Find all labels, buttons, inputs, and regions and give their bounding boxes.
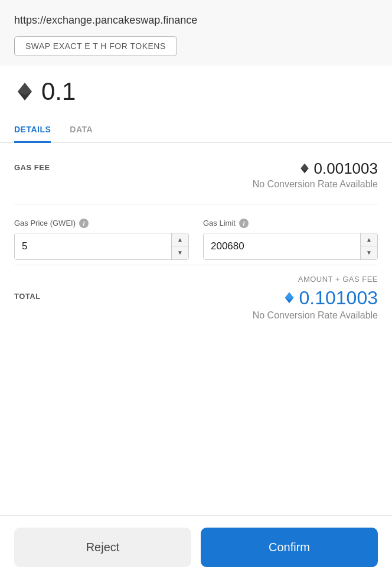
- gas-fee-values: 0.001003 No Conversion Rate Available: [253, 160, 378, 190]
- total-values: 0.101003 No Conversion Rate Available: [253, 287, 378, 321]
- gas-fee-conversion: No Conversion Rate Available: [253, 179, 378, 190]
- gas-limit-increment[interactable]: ▲: [361, 233, 377, 246]
- reject-button[interactable]: Reject: [14, 528, 191, 567]
- total-section: AMOUNT + GAS FEE TOTAL 0.101003 No Conve…: [14, 265, 378, 321]
- tabs-section: DETAILS DATA: [0, 118, 392, 143]
- buttons-section: Reject Confirm: [0, 515, 392, 579]
- amount-gas-label: AMOUNT + GAS FEE: [14, 275, 378, 284]
- gas-price-increment[interactable]: ▲: [172, 233, 188, 246]
- gas-price-decrement[interactable]: ▼: [172, 246, 188, 259]
- tab-details[interactable]: DETAILS: [14, 118, 51, 143]
- total-amount-value: 0.101003: [299, 287, 378, 309]
- gas-price-input[interactable]: [15, 233, 171, 259]
- gas-price-label: Gas Price (GWEI): [14, 219, 76, 227]
- confirm-button[interactable]: Confirm: [201, 528, 378, 567]
- eth-icon-total: [283, 291, 296, 304]
- gas-fee-label: GAS FEE: [14, 163, 50, 172]
- total-row: TOTAL 0.101003 No Conversion Rate Availa…: [14, 287, 378, 321]
- tab-data[interactable]: DATA: [70, 118, 93, 143]
- gas-fee-amount: 0.001003: [253, 160, 378, 178]
- gas-limit-spinner: ▲ ▼: [360, 233, 377, 259]
- gas-price-spinner: ▲ ▼: [171, 233, 188, 259]
- gas-limit-label: Gas Limit: [203, 219, 236, 227]
- amount-value: 0.1: [41, 77, 76, 106]
- gas-limit-input[interactable]: [204, 233, 360, 259]
- gas-inputs-row: Gas Price (GWEI) i ▲ ▼ Gas Limit i: [14, 219, 378, 260]
- amount-section: 0.1: [0, 66, 392, 118]
- divider-1: [14, 204, 378, 204]
- gas-limit-label-row: Gas Limit i: [203, 219, 378, 228]
- gas-limit-input-wrapper: ▲ ▼: [203, 233, 378, 260]
- gas-limit-group: Gas Limit i ▲ ▼: [203, 219, 378, 260]
- total-amount: 0.101003: [253, 287, 378, 309]
- total-label: TOTAL: [14, 292, 41, 301]
- eth-icon-gas: [299, 162, 311, 174]
- gas-fee-amount-value: 0.001003: [314, 160, 378, 178]
- gas-limit-info-icon[interactable]: i: [239, 219, 249, 228]
- gas-limit-decrement[interactable]: ▼: [361, 246, 377, 259]
- gas-price-input-wrapper: ▲ ▼: [14, 233, 189, 260]
- gas-price-group: Gas Price (GWEI) i ▲ ▼: [14, 219, 189, 260]
- eth-diamond-icon: [14, 81, 35, 102]
- header-section: https://exchange.pancakeswap.finance SWA…: [0, 0, 392, 66]
- url-display: https://exchange.pancakeswap.finance: [14, 14, 378, 27]
- details-section: GAS FEE 0.001003 No Conversion Rate Avai…: [0, 143, 392, 516]
- swap-badge: SWAP EXACT E T H FOR TOKENS: [14, 36, 177, 56]
- gas-fee-row: GAS FEE 0.001003 No Conversion Rate Avai…: [14, 160, 378, 190]
- total-conversion: No Conversion Rate Available: [253, 310, 378, 321]
- gas-price-info-icon[interactable]: i: [79, 219, 89, 228]
- gas-price-label-row: Gas Price (GWEI) i: [14, 219, 189, 228]
